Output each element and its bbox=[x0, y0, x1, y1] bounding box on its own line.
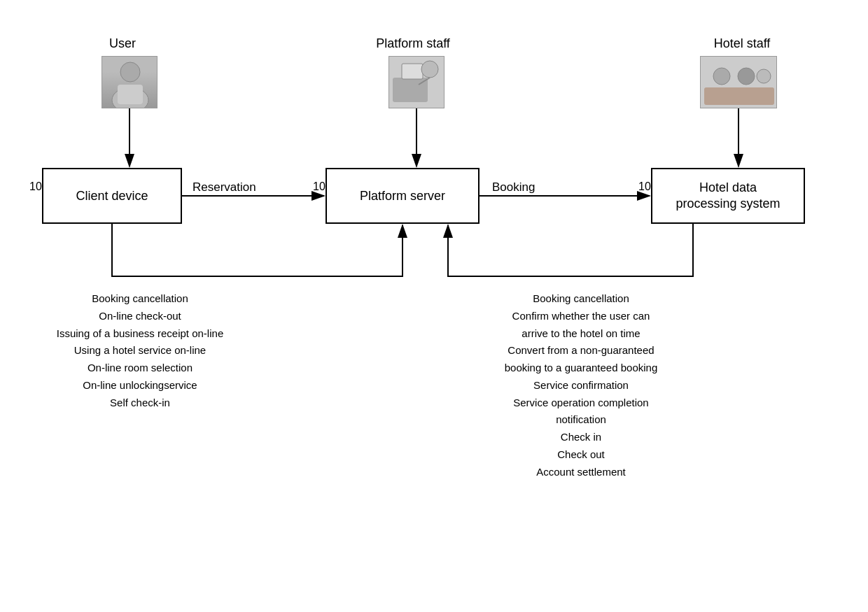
hotel-system-box: Hotel dataprocessing system bbox=[651, 168, 805, 224]
right-list-item-8: Check in bbox=[399, 429, 763, 446]
svg-rect-3 bbox=[393, 78, 428, 102]
right-list-item-1: Confirm whether the user can bbox=[399, 308, 763, 325]
svg-rect-2 bbox=[118, 85, 143, 104]
left-list-item-3: Using a hotel service on-line bbox=[21, 342, 259, 360]
svg-point-5 bbox=[421, 61, 438, 78]
booking-arrow-label: Booking bbox=[492, 180, 535, 194]
right-list-item-9: Check out bbox=[399, 446, 763, 464]
left-list-item-6: Self check-in bbox=[21, 394, 259, 412]
right-list-item-3: Convert from a non-guaranteed bbox=[399, 342, 763, 360]
platform-server-box: Platform server bbox=[326, 168, 479, 224]
platform-staff-label: Platform staff bbox=[357, 36, 469, 51]
left-list-item-5: On-line unlockingservice bbox=[21, 377, 259, 394]
user-avatar bbox=[102, 56, 158, 108]
right-list-item-6: Service operation completion bbox=[399, 394, 763, 412]
hotel-staff-label: Hotel staff bbox=[686, 36, 798, 51]
right-list-item-4: booking to a guaranteed booking bbox=[399, 360, 763, 377]
left-list-item-4: On-line room selection bbox=[21, 360, 259, 377]
right-list-item-7: notification bbox=[399, 411, 763, 429]
right-list-item-0: Booking cancellation bbox=[399, 290, 763, 308]
svg-point-0 bbox=[120, 62, 140, 82]
svg-point-9 bbox=[738, 68, 755, 85]
svg-point-10 bbox=[757, 69, 771, 83]
client-device-box: Client device bbox=[42, 168, 182, 224]
platform-staff-avatar bbox=[388, 56, 444, 108]
svg-rect-4 bbox=[402, 64, 423, 79]
left-list: Booking cancellation On-line check-out I… bbox=[21, 290, 259, 411]
left-list-item-2: Issuing of a business receipt on-line bbox=[21, 325, 259, 343]
right-list-item-5: Service confirmation bbox=[399, 377, 763, 394]
left-list-item-1: On-line check-out bbox=[21, 308, 259, 325]
svg-rect-11 bbox=[704, 87, 774, 105]
user-label: User bbox=[80, 36, 164, 51]
right-list: Booking cancellation Confirm whether the… bbox=[399, 290, 763, 481]
diagram: User Platform staff Hotel staff 102 101 … bbox=[0, 0, 868, 612]
right-list-item-10: Account settlement bbox=[399, 464, 763, 481]
hotel-system-label: Hotel dataprocessing system bbox=[676, 180, 780, 213]
reservation-arrow-label: Reservation bbox=[192, 180, 256, 194]
right-list-item-2: arrive to the hotel on time bbox=[399, 325, 763, 343]
svg-point-8 bbox=[713, 68, 730, 85]
hotel-staff-avatar bbox=[700, 56, 777, 108]
left-list-item-0: Booking cancellation bbox=[21, 290, 259, 308]
